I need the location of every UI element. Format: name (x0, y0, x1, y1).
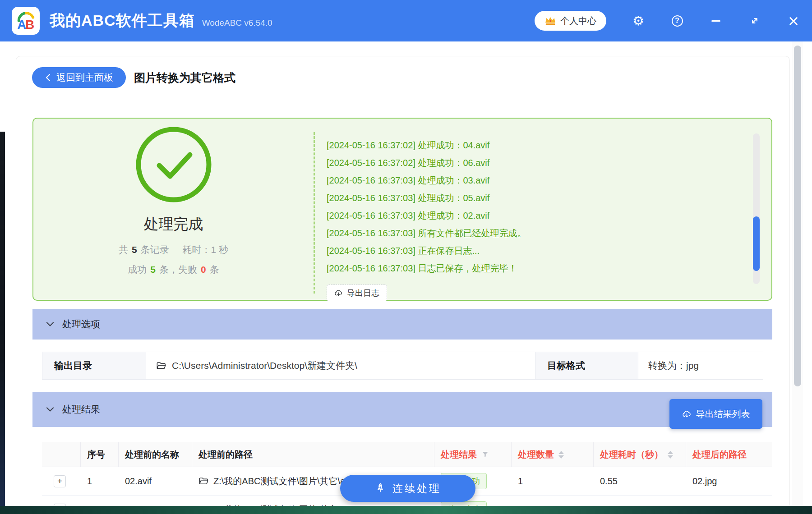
close-icon: × (788, 14, 800, 28)
cloud-download-icon (334, 289, 343, 297)
cell-time: 0.55 (594, 467, 686, 495)
target-format-value: 转换为：jpg (638, 352, 763, 379)
result-summary-column: 处理完成 共 5 条记录 耗时：1 秒 成功 5 条，失败 0 条 (33, 119, 314, 300)
results-section-title: 处理结果 (62, 403, 100, 416)
folder-icon (198, 477, 209, 486)
results-section-header[interactable]: 处理结果 (32, 392, 772, 427)
log-line: [2024-05-16 16:37:02] 处理成功：04.avif (327, 137, 771, 154)
total-suffix: 条记录 (141, 243, 169, 256)
cloud-download-icon (682, 410, 692, 418)
log-line: [2024-05-16 16:37:03] 处理成功：02.avif (327, 207, 771, 225)
output-dir-value-cell: C:\Users\Administrator\Desktop\新建文件夹\ (146, 352, 535, 379)
gear-icon: ⚙ (632, 14, 644, 28)
log-line: [2024-05-16 16:37:03] 所有文件都已经处理完成。 (327, 225, 771, 242)
sort-icon[interactable] (668, 451, 673, 459)
export-result-list-label: 导出结果列表 (696, 408, 750, 420)
back-to-main-button[interactable]: 返回到主面板 (32, 67, 126, 88)
output-dir-value: C:\Users\Administrator\Desktop\新建文件夹\ (172, 359, 357, 372)
column-header-path: 处理前的路径 (192, 442, 434, 467)
process-log-area: [2024-05-16 16:37:02] 处理成功：04.avif [2024… (314, 132, 771, 294)
logo-letter-a: A (17, 18, 26, 32)
column-header-name: 处理前的名称 (119, 442, 192, 467)
minimize-button[interactable] (709, 14, 723, 28)
status-title: 处理完成 (144, 214, 203, 234)
page-header-row: 返回到主面板 图片转换为其它格式 (32, 67, 235, 88)
export-log-button[interactable]: 导出日志 (327, 285, 387, 301)
folder-icon (156, 361, 166, 370)
filter-icon[interactable] (481, 451, 489, 458)
process-result-panel: 处理完成 共 5 条记录 耗时：1 秒 成功 5 条，失败 0 条 [2024-… (32, 118, 772, 301)
success-mid: 条，失败 (159, 263, 197, 276)
user-center-label: 个人中心 (560, 15, 596, 27)
log-line: [2024-05-16 16:37:03] 日志已保存，处理完毕！ (327, 260, 771, 277)
window-scrollbar-track[interactable] (792, 41, 803, 514)
main-content-card: 返回到主面板 图片转换为其它格式 处理完成 共 5 条记录 耗时：1 秒 成功 … (16, 56, 790, 514)
rocket-icon (374, 482, 386, 494)
column-header-out-path: 处理后的路径 (686, 442, 772, 467)
log-line: [2024-05-16 16:37:02] 处理成功：06.avif (327, 154, 771, 172)
log-line: [2024-05-16 16:37:03] 处理成功：05.avif (327, 189, 771, 207)
total-count: 5 (132, 244, 137, 255)
success-fail-summary: 成功 5 条，失败 0 条 (128, 263, 219, 276)
options-row: 输出目录 C:\Users\Administrator\Desktop\新建文件… (42, 352, 763, 380)
fail-count: 0 (201, 264, 206, 275)
record-summary: 共 5 条记录 耗时：1 秒 (119, 243, 228, 256)
output-dir-label: 输出目录 (42, 352, 146, 379)
crown-icon (544, 15, 556, 26)
maximize-button[interactable] (748, 14, 761, 28)
back-button-label: 返回到主面板 (56, 71, 113, 84)
close-button[interactable]: × (787, 14, 800, 28)
log-line: [2024-05-16 16:37:03] 处理成功：03.avif (327, 172, 771, 189)
minimize-icon (711, 20, 720, 22)
app-version: WodeABC v6.54.0 (202, 18, 272, 28)
export-result-list-button[interactable]: 导出结果列表 (669, 399, 762, 429)
success-prefix: 成功 (128, 263, 147, 276)
user-center-button[interactable]: 个人中心 (535, 11, 606, 31)
log-scrollbar-track[interactable] (753, 133, 760, 284)
options-section-title: 处理选项 (62, 318, 100, 330)
continue-processing-button[interactable]: 连续处理 (340, 475, 475, 502)
app-title: 我的ABC软件工具箱 (50, 10, 195, 31)
column-header-expand (42, 442, 81, 467)
settings-button[interactable]: ⚙ (632, 14, 645, 28)
chevron-left-icon (45, 73, 51, 82)
fail-suffix: 条 (210, 263, 219, 276)
cell-out-path: 02.jpg (686, 467, 772, 495)
chevron-down-icon (46, 407, 54, 412)
column-header-time[interactable]: 处理耗时（秒） (594, 442, 686, 467)
logo-letter-b: B (25, 18, 34, 32)
column-header-index: 序号 (81, 442, 119, 467)
success-check-icon (134, 125, 213, 204)
help-icon: ? (672, 15, 683, 27)
continue-processing-label: 连续处理 (392, 482, 441, 496)
elapsed-time: 耗时：1 秒 (183, 243, 229, 256)
column-header-count[interactable]: 处理数量 (512, 442, 594, 467)
expand-row-button[interactable]: + (54, 475, 66, 487)
cell-index: 1 (81, 467, 119, 495)
desktop-edge-bottom (0, 506, 812, 514)
total-prefix: 共 (119, 243, 128, 256)
options-section-header[interactable]: 处理选项 (32, 309, 772, 340)
cell-name: 02.avif (119, 467, 192, 495)
log-scrollbar-thumb[interactable] (753, 216, 760, 271)
titlebar: A B 我的ABC软件工具箱 WodeABC v6.54.0 个人中心 ⚙ ? … (0, 0, 812, 41)
export-log-label: 导出日志 (347, 288, 379, 298)
table-header-row: 序号 处理前的名称 处理前的路径 处理结果 处理数量 处理耗时（秒） 处理后的路… (42, 442, 772, 467)
maximize-icon (749, 15, 761, 27)
desktop-edge-left (0, 132, 5, 506)
help-button[interactable]: ? (670, 14, 684, 28)
sort-icon[interactable] (558, 451, 564, 459)
page-title: 图片转换为其它格式 (134, 70, 235, 85)
column-header-result[interactable]: 处理结果 (434, 442, 512, 467)
target-format-label: 目标格式 (535, 352, 638, 379)
chevron-down-icon (46, 321, 54, 327)
window-scrollbar-thumb[interactable] (794, 46, 801, 386)
log-line: [2024-05-16 16:37:03] 正在保存日志... (327, 242, 771, 260)
success-count: 5 (150, 264, 156, 275)
cell-count: 1 (512, 467, 594, 495)
app-logo-icon: A B (12, 7, 40, 35)
